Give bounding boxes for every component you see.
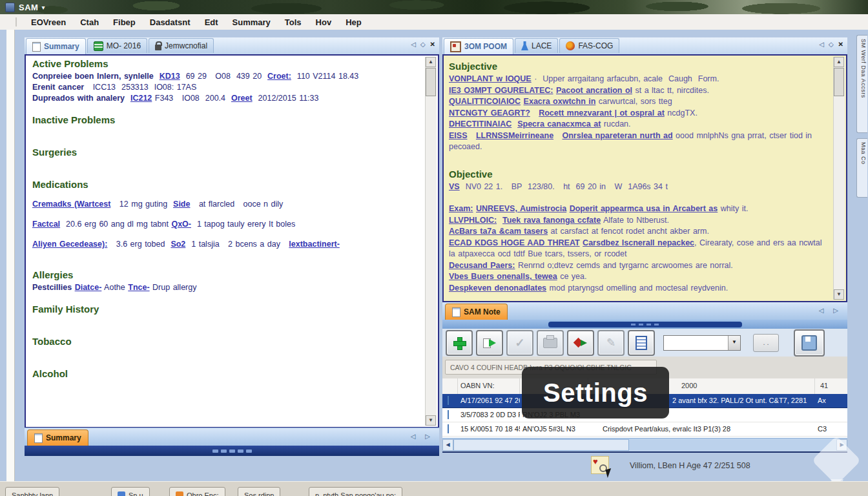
inline-link[interactable]: Exacra oxwtchn in [524,97,596,106]
summary-tab-jemwcnofial[interactable]: Jemwcnofial [149,38,214,53]
menu-item-tols[interactable]: Tols [278,17,309,27]
menu-item-summary[interactable]: Summary [225,17,278,27]
sign-button[interactable] [567,330,594,356]
inline-link[interactable]: lextbactinert- [289,240,340,249]
side-tab-med-co[interactable]: Maa Co [856,138,867,198]
inline-link[interactable]: Oreet [231,94,253,103]
inline-link[interactable]: VS [449,182,460,191]
menu-item-eovreen[interactable]: EOVreen [24,17,73,27]
inline-link[interactable]: Tuek rava fanonga ccfate [502,216,601,225]
inline-link[interactable]: Factcal [32,220,60,229]
inline-link[interactable]: Aliyen Gecedease): [32,240,107,249]
inline-link[interactable]: Pacoot ancration ol [556,86,632,95]
inline-link[interactable]: Rocett mnezvarant | ot ospral at [539,108,665,118]
note-scrollbar[interactable]: ▲ ▼ [833,57,845,300]
inline-link[interactable]: Decusand Paers: [449,261,515,270]
inline-link[interactable]: Tnce- [128,283,149,292]
inline-link[interactable]: AcBars ta7a &cam tasers [449,227,548,236]
inline-link[interactable]: Vbes Buers onenalls, tewea [449,272,557,281]
chevron-down-icon[interactable]: ▼ [728,336,740,350]
pin-icon[interactable]: ◇ [420,41,426,48]
summary-bottom-tab[interactable]: Summary [27,429,88,446]
add-note-button[interactable] [446,330,473,356]
inline-link[interactable]: Carsdbez Iscnerall nepackec [583,238,694,247]
menu-item-hov[interactable]: Hov [309,17,339,27]
inline-link[interactable]: Croet: [267,72,291,81]
nav-left-icon[interactable]: ◁ [819,41,824,48]
note-tab-fas-cog[interactable]: FAS-COG [559,38,619,53]
inline-link[interactable]: DHECTITINAIAC [449,119,512,129]
table-hscrollbar[interactable]: ◀ ▶ [442,438,847,451]
sam-note-tab[interactable]: SAM Note [445,304,508,320]
document-button[interactable] [628,330,655,356]
template-combobox[interactable]: ▼ [663,335,741,351]
menu-item-dasdatsnt[interactable]: Dasdatsnt [143,17,198,27]
pin-icon[interactable]: ◇ [829,41,834,48]
save-button[interactable] [794,329,825,356]
menu-item-ctah[interactable]: Ctah [73,17,106,27]
panel-splitter[interactable] [25,446,439,456]
close-icon[interactable]: ✕ [430,41,435,48]
tab-scroll-arrows[interactable]: ◁ ▷ [411,433,434,440]
inline-link[interactable]: LLVPHLOIC: [449,216,497,225]
scroll-down-icon[interactable]: ▼ [426,415,436,426]
inline-link[interactable]: QxO- [171,220,191,229]
burst-icon [566,41,575,50]
inline-link[interactable]: KD13 [160,72,180,81]
inline-link[interactable]: Side [173,200,190,209]
summary-tab-summary[interactable]: Summary [26,38,86,54]
inline-link[interactable]: EISS [449,131,468,140]
signature-button[interactable]: ✎ [597,330,625,356]
menu-item-hep[interactable]: Hep [338,17,369,27]
menu-item-edt[interactable]: Edt [198,17,225,27]
summary-tab-mo-2016[interactable]: MO- 2016 [87,38,147,53]
forward-note-button[interactable] [476,330,503,356]
scroll-thumb[interactable] [453,439,629,451]
taskbar-button-0[interactable]: Sanbbty lann [5,487,59,496]
taskbar-button-4[interactable]: n. ntvth San nongo'au no: [309,487,402,496]
taskbar-button-2[interactable]: Ohro Enc: [169,487,225,496]
tab-scroll-arrows[interactable]: ◁ ▷ [819,307,842,314]
taskbar-button-1[interactable]: Sn u [111,487,150,496]
inline-link[interactable]: ECAD KDGS HOGE AAD THREAT [449,238,580,247]
note-tab-lace[interactable]: LACE [515,38,558,53]
side-tab-data-access[interactable]: SM Werf Daa Accsrs [856,35,867,133]
inline-link[interactable]: Specra canacxmca at [517,119,601,129]
print-button[interactable] [537,330,564,356]
scroll-up-icon[interactable]: ▲ [834,57,844,67]
close-icon[interactable]: ✕ [838,41,843,48]
inline-link[interactable]: Despkeven denonadlates [449,284,546,293]
inline-link[interactable]: IE3 O3MPT OGURELATEC: [449,86,553,95]
inline-link[interactable]: Doperit appearmca usa in Arcabert as [570,204,718,213]
table-row[interactable]: 15 K/0051 70 18 45 A1AN'OJ5 5#3L N3Crisp… [442,422,847,437]
patient-icon[interactable]: ♥ [591,456,609,474]
scroll-left-icon[interactable]: ◀ [442,439,453,451]
inline-link[interactable]: VONPLANT w IOQUE [449,74,532,83]
more-button[interactable]: . . [753,334,779,352]
inline-link[interactable]: LLRNSSMeirrineane [476,131,553,140]
scroll-thumb[interactable] [834,68,844,96]
inline-link[interactable]: IC212 [130,94,152,103]
taskbar-button-3[interactable]: Sos rdinn [238,487,280,496]
column-header[interactable]: OABN VN: [458,378,520,394]
scroll-down-icon[interactable]: ▼ [834,289,844,300]
inline-link[interactable]: So2 [170,240,185,249]
summary-scrollbar[interactable]: ▲ ▼ [425,57,437,426]
inline-link[interactable]: Cremadks (Wartcest [32,200,110,209]
column-header[interactable]: 41 [815,378,847,394]
inline-link[interactable]: QUALITTICOIAIOC [449,97,521,106]
inline-link[interactable]: UNREEVS, Aumistrocia [476,204,566,213]
menu-item-fibep[interactable]: Fibep [106,17,143,27]
check-button[interactable]: ✓ [506,330,533,356]
inline-link[interactable]: NTCNGTY GEAGRT? [449,108,530,118]
inline-link[interactable]: Exam: [449,204,473,213]
nav-left-icon[interactable]: ◁ [411,41,416,48]
chevron-down-icon[interactable]: ▾ [41,4,45,11]
text-segment [553,131,562,140]
scroll-up-icon[interactable]: ▲ [426,57,436,67]
scroll-thumb[interactable] [426,68,436,96]
note-tab-3om-poom[interactable]: 3OM POOM [444,38,513,54]
inline-link[interactable]: Onrslea npareteran nurth ad [563,131,673,140]
splitter-handle[interactable] [548,322,742,327]
inline-link[interactable]: Diatce- [75,283,102,292]
